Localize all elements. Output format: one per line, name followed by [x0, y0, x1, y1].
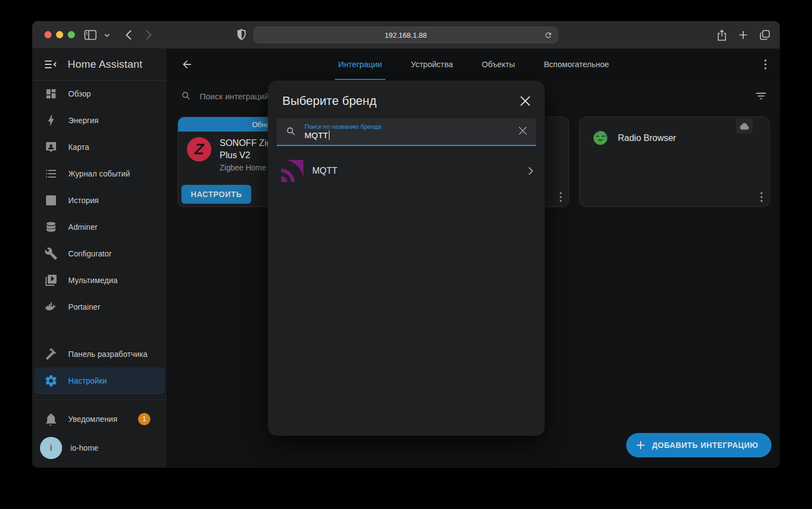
chevron-down-icon[interactable] [104, 33, 110, 37]
tab-overview-icon[interactable] [760, 30, 770, 40]
sidebar-item-energy[interactable]: Энергия [32, 107, 167, 134]
hammer-icon [44, 347, 58, 361]
minimize-window-button[interactable] [56, 31, 63, 38]
mqtt-logo [281, 160, 303, 182]
lightning-bolt-icon [44, 114, 58, 127]
search-field-label: Поиск по названию бренда [304, 123, 381, 130]
map-account-icon [44, 140, 58, 154]
wrench-icon [44, 247, 58, 260]
dialog-title: Выберите бренд [282, 94, 377, 108]
text-caret [329, 130, 329, 140]
radio-browser-logo [593, 130, 608, 145]
overflow-menu-icon[interactable] [764, 59, 767, 69]
user-name: io-home [70, 444, 99, 452]
tab-integrations[interactable]: Интеграции [324, 49, 397, 80]
privacy-shield-icon[interactable] [237, 29, 246, 40]
card-menu-icon[interactable] [760, 192, 763, 202]
sidebar-item-notifications[interactable]: Уведомления 1 [32, 406, 167, 432]
reload-icon[interactable] [544, 31, 552, 40]
sidebar-item-media[interactable]: Мультимедиа [32, 267, 167, 294]
browser-titlebar: 192.168.1.88 [32, 21, 780, 49]
search-placeholder: Поиск интеграций [200, 92, 269, 101]
notification-badge: 1 [138, 413, 150, 425]
card-menu-icon[interactable] [560, 192, 562, 202]
add-integration-button[interactable]: ДОБАВИТЬ ИНТЕГРАЦИЮ [626, 433, 772, 457]
bar-chart-icon [44, 194, 58, 207]
play-box-icon [44, 274, 58, 287]
docker-whale-icon [44, 300, 58, 314]
sidebar-item-adminer[interactable]: Adminer [32, 214, 167, 240]
tab-helpers[interactable]: Вспомогательное [529, 49, 623, 80]
app-header: Интеграции Устройства Объекты Вспомогате… [168, 49, 780, 80]
filter-icon[interactable] [755, 92, 767, 100]
gear-icon [44, 374, 58, 387]
sidebar-spacer [32, 320, 167, 341]
brand-result-mqtt[interactable]: MQTT [268, 157, 545, 185]
integration-card-radio-browser[interactable]: Radio Browser [579, 117, 770, 207]
close-window-button[interactable] [44, 31, 52, 38]
back-button[interactable] [125, 30, 132, 40]
sidebar-item-logbook[interactable]: Журнал событий [32, 160, 167, 187]
sidebar-item-overview[interactable]: Обзор [32, 80, 167, 107]
list-bulleted-icon [44, 167, 58, 180]
share-icon[interactable] [717, 29, 727, 41]
card-title: Radio Browser [618, 132, 676, 144]
sidebar-item-portainer[interactable]: Portainer [32, 294, 167, 320]
search-icon [181, 90, 192, 102]
plus-icon [636, 441, 645, 450]
tab-bar: Интеграции Устройства Объекты Вспомогате… [324, 49, 623, 80]
sidebar-item-settings[interactable]: Настройки [34, 367, 165, 394]
divider [32, 400, 167, 400]
forward-button[interactable] [145, 30, 152, 40]
sidebar-user[interactable]: i io-home [32, 432, 167, 463]
sidebar-item-configurator[interactable]: Configurator [32, 240, 167, 267]
bell-icon [44, 412, 58, 426]
url-text: 192.168.1.88 [385, 31, 427, 39]
browser-window: 192.168.1.88 [32, 21, 780, 468]
traffic-lights [44, 31, 75, 38]
dashboard-icon [44, 87, 58, 100]
tab-entities[interactable]: Объекты [468, 49, 530, 80]
search-icon [286, 126, 297, 137]
cloud-icon [736, 118, 753, 134]
zigbee-logo: Z [187, 137, 211, 162]
chevron-right-icon [528, 167, 534, 175]
tab-devices[interactable]: Устройства [397, 49, 468, 80]
sidebar-toggle-icon[interactable] [44, 60, 57, 69]
sidebar: Home Assistant Обзор Энергия [32, 49, 168, 467]
back-arrow-icon[interactable] [181, 58, 193, 70]
new-tab-icon[interactable] [739, 31, 748, 39]
pick-brand-dialog: Выберите бренд Поиск по названию бренда … [268, 80, 545, 436]
database-icon [44, 220, 58, 234]
sidebar-item-history[interactable]: История [32, 187, 167, 214]
sidebar-item-map[interactable]: Карта [32, 134, 167, 160]
configure-button[interactable]: НАСТРОИТЬ [181, 185, 251, 204]
browser-sidebar-icon[interactable] [84, 30, 97, 40]
search-field-value: MQTT [304, 130, 381, 140]
brand-results-list: MQTT [268, 157, 545, 185]
brand-search-input[interactable]: Поиск по названию бренда MQTT [277, 118, 536, 146]
address-bar[interactable]: 192.168.1.88 [253, 27, 558, 43]
clear-search-icon[interactable] [519, 127, 527, 135]
sidebar-item-developer-tools[interactable]: Панель разработчика [32, 341, 167, 367]
close-icon[interactable] [520, 96, 530, 106]
avatar: i [40, 437, 62, 459]
zoom-window-button[interactable] [68, 31, 75, 38]
app-title: Home Assistant [68, 58, 143, 70]
